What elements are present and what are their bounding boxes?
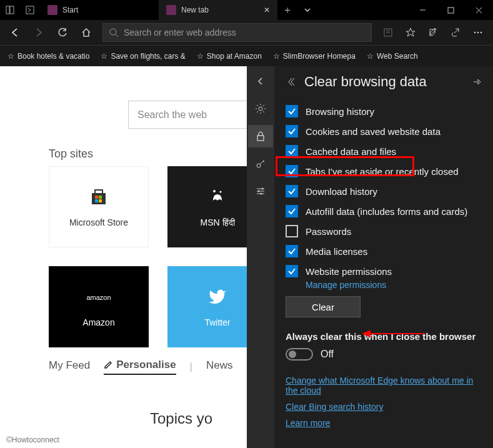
refresh-button[interactable]: [51, 21, 74, 44]
manage-permissions-link[interactable]: Manage permissions: [306, 280, 482, 290]
notes-icon[interactable]: [422, 21, 444, 44]
svg-rect-16: [99, 196, 102, 199]
tab-menu-icon[interactable]: [297, 0, 317, 20]
pin-icon[interactable]: [472, 77, 482, 87]
tile-label: MSN हिंदी: [201, 217, 235, 228]
checkbox-row[interactable]: Tabs I've set aside or recently closed: [286, 161, 482, 181]
svg-point-19: [213, 190, 216, 192]
tile-label: Microsoft Store: [69, 217, 128, 227]
checkbox-row[interactable]: Website permissions: [286, 261, 482, 281]
change-edge-link[interactable]: Change what Microsoft Edge knows about m…: [286, 376, 482, 396]
checkbox[interactable]: [286, 225, 298, 237]
learn-more-link[interactable]: Learn more: [286, 418, 482, 428]
star-icon: ☆: [7, 52, 14, 61]
store-icon: [87, 186, 110, 209]
tab-favicon: [47, 5, 57, 15]
maximize-button[interactable]: [437, 0, 465, 20]
checkbox-row[interactable]: Passwords: [286, 221, 482, 241]
star-icon: ☆: [367, 52, 374, 61]
favorite-item[interactable]: ☆Web Search: [363, 52, 422, 61]
svg-point-12: [481, 32, 482, 34]
sidebar-toggle-icon[interactable]: [0, 0, 20, 20]
always-clear-toggle[interactable]: [286, 348, 313, 361]
svg-rect-0: [6, 6, 9, 14]
minimize-button[interactable]: [409, 0, 437, 20]
svg-rect-17: [95, 199, 98, 202]
checkbox[interactable]: [286, 165, 298, 177]
checkbox[interactable]: [286, 265, 298, 277]
checkbox-label: Passwords: [306, 226, 351, 237]
close-window-button[interactable]: [465, 0, 493, 20]
forward-button[interactable]: [27, 21, 50, 44]
collapse-chevron-icon[interactable]: [286, 77, 296, 87]
msn-icon: [206, 186, 229, 209]
checkbox-row[interactable]: Browsing history: [286, 101, 482, 121]
favorite-star-icon[interactable]: [399, 21, 422, 44]
checkbox-row[interactable]: Autofill data (includes forms and cards): [286, 201, 482, 221]
checkbox-label: Media licenses: [306, 246, 367, 257]
topsites-heading: Top sites: [49, 147, 93, 161]
checkbox[interactable]: [286, 125, 298, 137]
favorite-item[interactable]: ☆Book hotels & vacatio: [4, 52, 93, 61]
clear-browsing-data-panel: Clear browsing data Browsing historyCook…: [274, 66, 493, 448]
reading-view-icon[interactable]: [377, 21, 399, 44]
checkbox[interactable]: [286, 145, 298, 157]
watermark: ©Howtoconnect: [6, 436, 59, 444]
svg-point-5: [110, 29, 116, 35]
favorite-item[interactable]: ☆Save on flights, cars &: [97, 52, 189, 61]
address-placeholder: Search or enter web address: [124, 27, 236, 37]
checkbox-row[interactable]: Download history: [286, 181, 482, 201]
passwords-key-icon[interactable]: [248, 152, 273, 175]
annotation-arrow: [362, 327, 424, 340]
search-placeholder: Search the web: [137, 109, 207, 121]
settings-sidestrip: [247, 66, 274, 448]
clear-button[interactable]: Clear: [286, 296, 361, 317]
checkbox-row[interactable]: Cookies and saved website data: [286, 121, 482, 141]
share-icon[interactable]: [444, 21, 467, 44]
checkbox-row[interactable]: Cached data and files: [286, 141, 482, 161]
svg-point-31: [261, 193, 262, 195]
new-tab-button[interactable]: ＋: [277, 0, 297, 20]
svg-rect-14: [95, 190, 102, 194]
tile-label: Twitter: [204, 317, 230, 327]
feed-tab-myfeed[interactable]: My Feed: [49, 359, 90, 374]
clear-bing-link[interactable]: Clear Bing search history: [286, 402, 482, 412]
checkbox-label: Tabs I've set aside or recently closed: [306, 166, 459, 177]
back-button[interactable]: [4, 21, 26, 44]
page-content: Search the web Top sites Microsoft Store…: [0, 66, 493, 448]
navigation-bar: Search or enter web address: [0, 20, 493, 45]
checkbox-row[interactable]: Media licenses: [286, 241, 482, 261]
tile-amazon[interactable]: amazon Amazon: [49, 266, 149, 347]
feed-tab-personalise[interactable]: Personalise: [104, 359, 176, 375]
toggle-state: Off: [321, 349, 334, 360]
tile-microsoft-store[interactable]: Microsoft Store: [49, 166, 149, 247]
panel-title: Clear browsing data: [304, 74, 463, 90]
back-chevron-icon[interactable]: [248, 70, 273, 92]
home-button[interactable]: [75, 21, 97, 44]
svg-point-11: [477, 32, 479, 34]
svg-rect-15: [95, 196, 98, 199]
close-tab-icon[interactable]: ✕: [264, 6, 270, 14]
favorite-item[interactable]: ☆Shop at Amazon: [193, 52, 266, 61]
advanced-sliders-icon[interactable]: [248, 180, 273, 202]
pencil-icon: [104, 361, 112, 369]
gear-icon[interactable]: [248, 97, 273, 120]
set-aside-icon[interactable]: [20, 0, 40, 20]
svg-rect-18: [99, 199, 102, 202]
more-menu-icon[interactable]: [467, 21, 489, 44]
tab-new-tab[interactable]: New tab ✕: [159, 0, 277, 20]
tab-favicon: [166, 5, 176, 15]
checkbox[interactable]: [286, 205, 298, 217]
checkbox-label: Cookies and saved website data: [306, 126, 441, 137]
tab-start[interactable]: Start: [40, 0, 159, 20]
tile-label: Amazon: [82, 317, 114, 327]
star-icon: ☆: [197, 52, 204, 61]
checkbox[interactable]: [286, 105, 298, 117]
address-bar[interactable]: Search or enter web address: [102, 23, 372, 42]
topsites-grid: Microsoft Store MSN हिंदी amazon Amazon …: [49, 166, 267, 347]
checkbox[interactable]: [286, 185, 298, 197]
checkbox[interactable]: [286, 245, 298, 257]
privacy-lock-icon[interactable]: [248, 125, 273, 147]
feed-tab-news[interactable]: News: [206, 359, 233, 374]
favorite-item[interactable]: ☆SlimBrowser Homepa: [269, 52, 359, 61]
